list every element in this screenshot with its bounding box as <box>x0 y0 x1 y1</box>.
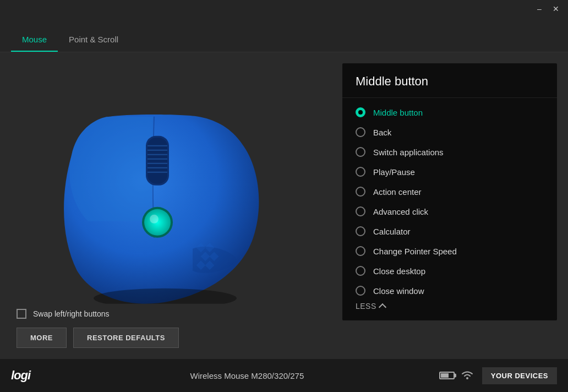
radio-advanced-click <box>356 206 365 216</box>
action-buttons-row: MORE RESTORE DEFAULTS <box>17 328 314 348</box>
close-button[interactable]: ✕ <box>548 3 564 14</box>
radio-play-pause <box>356 167 365 177</box>
option-switch-applications[interactable]: Switch applications <box>342 142 557 162</box>
status-icons <box>439 369 473 382</box>
option-action-center[interactable]: Action center <box>342 182 557 202</box>
status-bar: logi Wireless Mouse M280/320/275 YOUR DE… <box>0 359 568 392</box>
option-back[interactable]: Back <box>342 122 557 142</box>
radio-middle-button <box>356 107 365 117</box>
battery-icon <box>439 372 455 379</box>
radio-back <box>356 127 365 137</box>
restore-defaults-button[interactable]: RESTORE DEFAULTS <box>73 328 179 348</box>
less-button[interactable]: LESS <box>342 296 557 312</box>
tab-point-scroll[interactable]: Point & Scroll <box>58 27 129 52</box>
radio-change-pointer-speed <box>356 246 365 256</box>
svg-point-10 <box>144 209 171 235</box>
option-advanced-click[interactable]: Advanced click <box>342 202 557 221</box>
title-bar: – ✕ <box>527 0 568 18</box>
svg-rect-1 <box>148 137 167 183</box>
dropdown-list[interactable]: Middle button Back Switch applications P… <box>342 98 557 296</box>
mouse-image <box>44 83 286 306</box>
mouse-area: Swap left/right buttons MORE RESTORE DEF… <box>0 52 330 359</box>
minimize-button[interactable]: – <box>532 3 547 14</box>
logi-logo: logi <box>11 368 55 383</box>
your-devices-button[interactable]: YOUR DEVICES <box>482 367 557 384</box>
svg-point-13 <box>466 377 468 379</box>
option-middle-button[interactable]: Middle button <box>342 102 557 122</box>
dropdown-title: Middle button <box>342 63 557 98</box>
tab-mouse[interactable]: Mouse <box>11 27 58 52</box>
option-close-window[interactable]: Close window <box>342 281 557 296</box>
option-play-pause[interactable]: Play/Pause <box>342 162 557 182</box>
battery-fill <box>441 373 449 378</box>
option-close-desktop[interactable]: Close desktop <box>342 261 557 281</box>
swap-buttons-row: Swap left/right buttons <box>17 309 314 319</box>
device-name: Wireless Mouse M280/320/275 <box>55 371 439 380</box>
option-calculator[interactable]: Calculator <box>342 221 557 241</box>
radio-action-center <box>356 187 365 197</box>
wireless-icon <box>461 369 473 382</box>
main-content: Swap left/right buttons MORE RESTORE DEF… <box>0 52 568 359</box>
swap-buttons-label: Swap left/right buttons <box>33 309 110 318</box>
tab-bar: Mouse Point & Scroll <box>0 0 568 52</box>
radio-close-window <box>356 286 365 296</box>
battery-body <box>439 372 455 379</box>
swap-buttons-checkbox[interactable] <box>17 309 26 319</box>
option-change-pointer-speed[interactable]: Change Pointer Speed <box>342 241 557 261</box>
dropdown-panel: Middle button Middle button Back Switch … <box>342 63 557 320</box>
bottom-controls: Swap left/right buttons MORE RESTORE DEF… <box>0 298 330 359</box>
radio-switch-applications <box>356 147 365 157</box>
radio-close-desktop <box>356 266 365 276</box>
radio-calculator <box>356 226 365 236</box>
more-button[interactable]: MORE <box>17 328 67 348</box>
chevron-up-icon <box>379 303 386 311</box>
svg-point-11 <box>150 214 159 223</box>
